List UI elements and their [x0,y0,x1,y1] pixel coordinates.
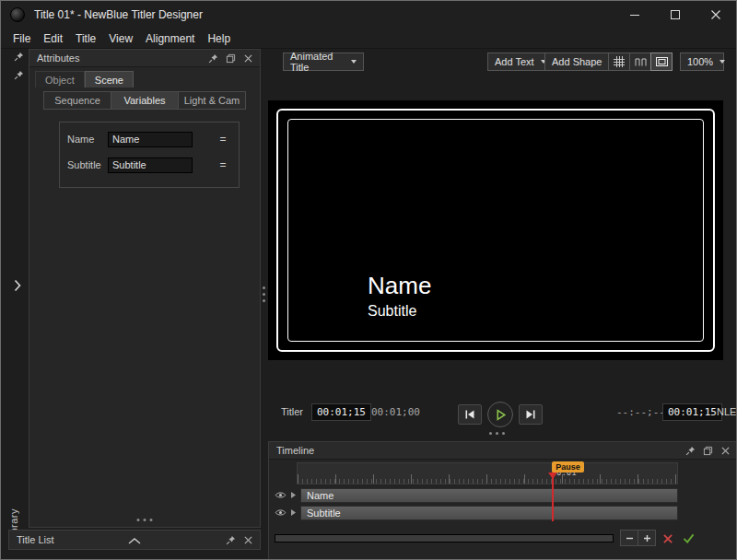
timeline-zoom-group [621,530,656,546]
add-text-dropdown[interactable]: Add Text [487,52,554,71]
nle-current-time: --:--;-- [616,406,665,418]
name-input[interactable] [108,132,193,147]
menu-title[interactable]: Title [69,29,102,48]
pin-icon[interactable] [207,52,219,64]
safe-area-toggle-button[interactable] [650,52,673,71]
variable-row-name: Name = [67,130,229,148]
pin-icon[interactable] [684,445,696,457]
cancel-button[interactable] [660,531,676,546]
tab-variables[interactable]: Variables [111,91,179,110]
maximize-icon [671,10,680,19]
canvas-name-text[interactable]: Name [368,272,431,299]
visibility-eye-icon[interactable] [273,508,287,517]
app-logo-icon [10,7,25,22]
menu-view[interactable]: View [102,29,139,48]
pin-icon[interactable] [11,49,26,64]
plus-icon [643,534,651,542]
timeline-header: Timeline [269,442,737,460]
minimize-icon [630,10,639,19]
chevron-down-icon [351,60,357,64]
variable-row-subtitle: Subtitle = [67,156,229,174]
close-icon[interactable] [719,445,731,457]
tab-scene[interactable]: Scene [85,71,134,88]
playhead-marker-icon[interactable] [548,472,557,479]
current-time-display[interactable]: 00:01;15 [311,403,371,421]
grid-icon [614,56,625,67]
subtitle-input[interactable] [108,158,193,173]
nle-label: NLE [717,406,736,417]
chevron-down-icon [719,60,725,64]
tab-sequence[interactable]: Sequence [43,91,111,110]
visibility-eye-icon[interactable] [273,491,287,499]
minimize-button[interactable] [614,1,655,29]
expand-title-list-button[interactable] [128,531,141,548]
track-row-subtitle: Subtitle [273,505,678,520]
rulers-toggle-button[interactable] [629,52,651,71]
expand-track-icon[interactable] [287,491,298,499]
pin-icon[interactable] [225,534,237,546]
pin-icon[interactable] [11,67,26,82]
play-button[interactable] [487,402,513,427]
pause-marker[interactable]: Pause [552,461,584,472]
canvas-subtitle-text[interactable]: Subtitle [368,302,431,321]
close-icon[interactable] [242,52,254,64]
zoom-in-button[interactable] [638,530,656,546]
go-to-end-button[interactable] [519,404,543,425]
title-text-group: Name Subtitle [368,272,431,321]
float-panel-icon[interactable] [702,445,714,457]
zoom-out-button[interactable] [620,530,638,546]
template-dropdown-label: Animated Title [290,51,345,73]
grid-toggle-button[interactable] [608,52,630,71]
float-panel-icon[interactable] [225,52,237,64]
design-inner-frame [287,119,704,342]
track-bar[interactable]: Subtitle [300,506,678,520]
menu-help[interactable]: Help [201,29,237,48]
template-dropdown[interactable]: Animated Title [283,52,364,71]
panel-resize-handle[interactable] [137,519,153,521]
timeline-title: Timeline [276,445,314,456]
rulers-icon [635,58,647,66]
subtitle-expression-button[interactable]: = [216,158,229,171]
chevron-right-icon [14,279,21,292]
preview-canvas[interactable]: Name Subtitle [268,100,723,360]
transport-bar: Titler 00:01;15 00:01;00 --:--;-- 00:01;… [268,399,729,426]
close-icon [711,10,720,19]
attributes-title: Attributes [37,52,79,64]
skip-end-icon [525,409,536,420]
chevron-up-icon [128,538,141,544]
cancel-x-icon [662,533,673,544]
attributes-header: Attributes [29,50,260,67]
tab-light-cam[interactable]: Light & Cam [178,91,246,110]
app-window: Title 01* - NewBlue Titler Designer File… [0,0,737,560]
title-list-panel: Title List [8,530,261,550]
vertical-splitter-handle[interactable] [263,286,265,302]
close-icon[interactable] [242,534,254,546]
menu-file[interactable]: File [6,29,37,48]
menu-alignment[interactable]: Alignment [139,29,201,48]
scrollbar-thumb[interactable] [275,535,613,542]
minus-icon [626,534,634,542]
attributes-tabs: Object Scene [35,71,134,88]
timeline-ruler[interactable]: 0:01 [297,462,678,484]
expand-track-icon[interactable] [287,508,298,517]
confirm-check-icon [683,533,695,543]
safe-area-icon [656,57,668,66]
name-expression-button[interactable]: = [216,133,229,146]
nle-time-display: 00:01;15 [662,403,722,421]
tab-object[interactable]: Object [35,71,85,88]
panel-expand-button[interactable] [9,274,26,298]
track-bar[interactable]: Name [300,488,678,503]
timeline-scrollbar[interactable] [275,534,614,542]
confirm-button[interactable] [680,531,696,546]
close-button[interactable] [696,1,736,29]
skip-start-icon [464,409,475,420]
titlebar: Title 01* - NewBlue Titler Designer [1,1,736,29]
go-to-start-button[interactable] [458,404,482,425]
zoom-dropdown[interactable]: 100% [680,52,724,71]
titler-label: Titler [281,406,303,417]
menu-edit[interactable]: Edit [37,29,69,48]
add-shape-label: Add Shape [552,56,602,67]
scene-subtabs: Sequence Variables Light & Cam [43,91,246,110]
maximize-button[interactable] [655,1,696,29]
horizontal-splitter-handle[interactable] [489,432,505,435]
